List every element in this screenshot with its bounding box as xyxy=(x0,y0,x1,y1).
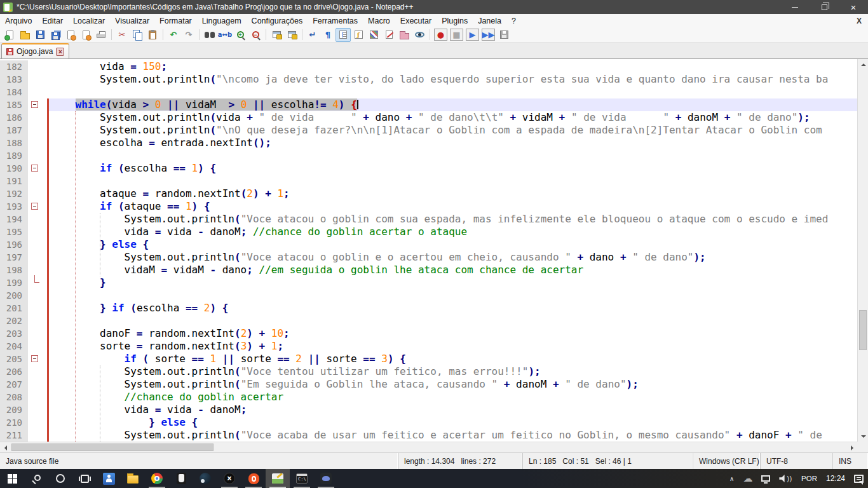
menu-item-ferramentas[interactable]: Ferramentas xyxy=(308,15,363,27)
code-line[interactable] xyxy=(47,86,857,98)
code-line[interactable]: vidaM = vidaM - dano; //em seguida o gob… xyxy=(47,264,857,276)
horizontal-scroll-thumb[interactable] xyxy=(11,444,214,451)
menu-item-configuraes[interactable]: Configurações xyxy=(247,15,308,27)
code-line[interactable]: System.out.println(vida + " de vida " + … xyxy=(47,111,857,124)
start-button[interactable] xyxy=(0,469,24,488)
macro-run-multi-icon[interactable]: ▶▶ xyxy=(482,29,495,41)
sync-vertical-icon[interactable] xyxy=(269,28,284,42)
indent-guide-icon[interactable] xyxy=(336,28,351,42)
macro-stop-icon[interactable]: ■ xyxy=(450,29,463,41)
code-line[interactable] xyxy=(47,289,857,302)
print-icon[interactable] xyxy=(93,28,109,42)
show-symbols-icon[interactable]: ¶ xyxy=(320,28,336,42)
network-icon[interactable] xyxy=(757,469,775,488)
folder-workspace-icon[interactable] xyxy=(397,28,412,42)
menu-item-formatar[interactable]: Formatar xyxy=(154,15,197,27)
macro-record-icon[interactable]: ● xyxy=(434,29,447,41)
menu-item-janela[interactable]: Janela xyxy=(473,15,506,27)
code-line[interactable]: System.out.println("Voce acaba de usar u… xyxy=(47,429,857,442)
fold-margin[interactable] xyxy=(28,200,47,213)
file-explorer-button[interactable] xyxy=(121,469,145,488)
code-line[interactable] xyxy=(47,175,857,187)
word-wrap-icon[interactable]: ↵ xyxy=(305,28,320,42)
doc-map-icon[interactable] xyxy=(366,28,381,42)
chrome-button[interactable] xyxy=(145,469,169,488)
menu-item-visualizar[interactable]: Visualizar xyxy=(110,15,154,27)
language-indicator[interactable]: POR xyxy=(797,469,822,488)
copy-icon[interactable] xyxy=(130,28,145,42)
scroll-up-arrow-icon[interactable] xyxy=(858,59,868,70)
menu-item-plugins[interactable]: Plugins xyxy=(437,15,473,27)
fold-collapse-icon[interactable] xyxy=(31,355,38,362)
zoom-out-icon[interactable]: − xyxy=(248,28,263,42)
menu-item-macro[interactable]: Macro xyxy=(363,15,395,27)
code-line[interactable]: } else { xyxy=(47,416,857,429)
onedrive-icon[interactable]: ☁ xyxy=(738,469,757,488)
notepadpp-button[interactable] xyxy=(266,469,290,488)
scroll-down-arrow-icon[interactable] xyxy=(858,431,868,442)
mail-app-button[interactable] xyxy=(97,469,121,488)
scroll-right-arrow-icon[interactable] xyxy=(846,442,857,453)
code-line[interactable]: ataque = random.nextInt(2) + 1; xyxy=(47,187,857,200)
code-line[interactable]: } xyxy=(47,276,857,289)
menu-item-editar[interactable]: Editar xyxy=(37,15,68,27)
fold-collapse-icon[interactable] xyxy=(31,101,38,108)
steam-button[interactable] xyxy=(193,469,217,488)
close-all-icon[interactable] xyxy=(78,28,93,42)
code-line[interactable]: sorte = random.nextInt(3) + 1; xyxy=(47,340,857,353)
zoom-in-icon[interactable]: + xyxy=(233,28,248,42)
fold-margin[interactable] xyxy=(28,162,47,175)
macro-play-icon[interactable]: ▶ xyxy=(466,29,479,41)
open-file-icon[interactable] xyxy=(17,28,32,42)
discord-button[interactable] xyxy=(314,469,338,488)
fold-margin[interactable] xyxy=(28,353,47,365)
menubar-close-icon[interactable]: X xyxy=(850,17,868,25)
undo-icon[interactable]: ↶ xyxy=(166,28,181,42)
code-editor[interactable]: 182 vida = 150;183 System.out.println("\… xyxy=(0,59,868,452)
origin-button[interactable] xyxy=(241,469,266,488)
code-line[interactable]: System.out.println("Voce tentou utilizar… xyxy=(47,365,857,378)
tab-close-icon[interactable]: × xyxy=(56,48,64,56)
menu-item-arquivo[interactable]: Arquivo xyxy=(0,15,37,27)
cortana-button[interactable] xyxy=(48,469,72,488)
code-line[interactable]: //chance do goblin acertar xyxy=(47,391,857,403)
menu-item-executar[interactable]: Executar xyxy=(395,15,437,27)
xbox-button[interactable]: × xyxy=(217,469,241,488)
close-button[interactable]: × xyxy=(839,0,868,14)
tab-ojogo-java[interactable]: Ojogo.java × xyxy=(1,43,69,58)
horizontal-scrollbar[interactable] xyxy=(0,442,857,452)
code-line[interactable]: } if (escolha == 2) { xyxy=(47,302,857,315)
vertical-scroll-thumb[interactable] xyxy=(859,310,867,350)
save-all-icon[interactable] xyxy=(48,28,63,42)
menu-item-?[interactable]: ? xyxy=(506,15,521,27)
code-line[interactable] xyxy=(47,149,857,162)
code-line[interactable]: vida = 150; xyxy=(47,60,857,73)
volume-icon[interactable]: )) xyxy=(775,469,797,488)
action-center-icon[interactable] xyxy=(850,469,868,488)
doc-list-icon[interactable] xyxy=(381,28,397,42)
fold-margin[interactable] xyxy=(28,98,47,111)
code-line[interactable]: System.out.println("Em seguida o Goblin … xyxy=(47,378,857,391)
menu-item-linguagem[interactable]: Linguagem xyxy=(197,15,247,27)
code-line[interactable]: while(vida > 0 || vidaM > 0 || escolha!=… xyxy=(47,98,857,111)
clock[interactable]: 12:24 xyxy=(822,469,850,488)
code-line[interactable]: vida = vida - danoM; //chance do goblin … xyxy=(47,226,857,238)
search-button[interactable] xyxy=(24,469,48,488)
vertical-scrollbar[interactable] xyxy=(857,59,868,442)
epic-games-button[interactable] xyxy=(169,469,193,488)
cmd-button[interactable] xyxy=(290,469,314,488)
fold-collapse-icon[interactable] xyxy=(31,165,38,172)
minimize-button[interactable] xyxy=(780,0,810,14)
code-line[interactable]: System.out.println("Voce atacou o goblin… xyxy=(47,251,857,264)
code-line[interactable]: vida = vida - danoM; xyxy=(47,403,857,416)
task-view-button[interactable] xyxy=(72,469,97,488)
close-file-icon[interactable] xyxy=(63,28,78,42)
scroll-left-arrow-icon[interactable] xyxy=(0,442,11,453)
preview-eye-icon[interactable] xyxy=(412,28,427,42)
code-line[interactable]: escolha = entrada.nextInt(); xyxy=(47,137,857,149)
code-line[interactable]: danoF = random.nextInt(2) + 10; xyxy=(47,327,857,340)
menu-item-localizar[interactable]: Localizar xyxy=(68,15,110,27)
code-line[interactable]: if ( sorte == 1 || sorte == 2 || sorte =… xyxy=(47,353,857,365)
code-line[interactable]: System.out.println("Voce atacou o goblin… xyxy=(47,213,857,226)
macro-save-icon[interactable] xyxy=(496,28,512,42)
